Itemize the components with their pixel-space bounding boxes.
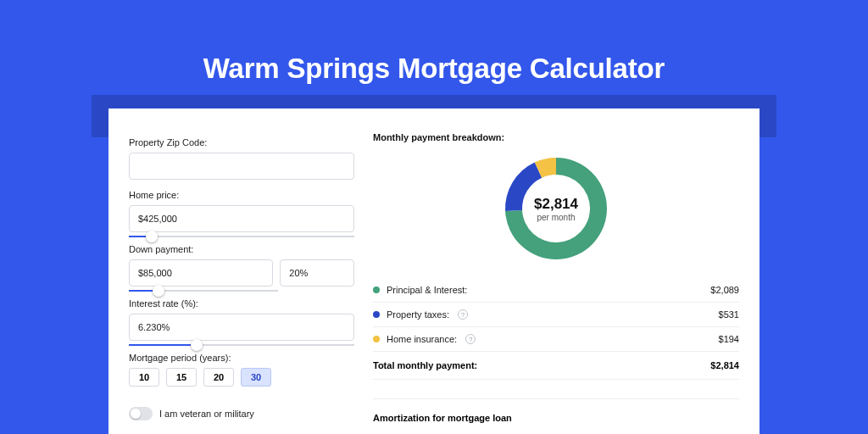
legend-row: Property taxes:?$531 — [373, 302, 739, 326]
breakdown-title: Monthly payment breakdown: — [373, 132, 739, 142]
calculator-card: Property Zip Code: Home price: Down paym… — [108, 108, 760, 434]
period-button-30[interactable]: 30 — [241, 368, 271, 387]
down-payment-label: Down payment: — [129, 244, 354, 254]
interest-rate-input[interactable] — [129, 314, 354, 341]
interest-rate-slider[interactable] — [129, 344, 354, 346]
donut-amount: $2,814 — [534, 196, 578, 213]
veteran-toggle-label: I am veteran or military — [159, 409, 254, 419]
period-button-20[interactable]: 20 — [203, 368, 234, 387]
interest-rate-label: Interest rate (%): — [129, 298, 354, 309]
legend-dot — [373, 287, 380, 293]
legend-value: $194 — [719, 334, 739, 344]
down-payment-slider-thumb[interactable] — [153, 285, 164, 297]
period-button-15[interactable]: 15 — [166, 368, 197, 387]
inputs-column: Property Zip Code: Home price: Down paym… — [129, 132, 354, 434]
down-payment-amount-input[interactable] — [129, 259, 273, 287]
help-icon[interactable]: ? — [458, 309, 468, 320]
amortization-section: Amortization for mortgage loan Amortizat… — [373, 398, 739, 434]
page-title: Warm Springs Mortgage Calculator — [0, 0, 868, 103]
down-payment-slider[interactable] — [129, 290, 278, 292]
legend-list: Principal & Interest:$2,089Property taxe… — [373, 278, 739, 351]
home-price-label: Home price: — [129, 190, 354, 200]
down-payment-percent-input[interactable] — [280, 259, 354, 287]
period-button-10[interactable]: 10 — [129, 368, 159, 387]
zip-label: Property Zip Code: — [129, 137, 354, 147]
total-value: $2,814 — [710, 360, 739, 370]
veteran-toggle[interactable] — [129, 407, 153, 420]
legend-dot — [373, 336, 380, 342]
home-price-input[interactable] — [129, 205, 354, 232]
breakdown-column: Monthly payment breakdown: $2,814 per mo… — [373, 132, 739, 434]
legend-label: Principal & Interest: — [387, 285, 467, 295]
legend-dot — [373, 311, 380, 318]
amortization-title: Amortization for mortgage loan — [373, 413, 739, 423]
legend-row: Principal & Interest:$2,089 — [373, 278, 739, 302]
period-buttons: 10152030 — [129, 368, 354, 387]
donut-chart: $2,814 per month — [373, 149, 739, 268]
period-label: Mortgage period (years): — [129, 353, 354, 363]
donut-sub: per month — [534, 213, 578, 222]
help-icon[interactable]: ? — [465, 334, 476, 344]
total-row: Total monthly payment: $2,814 — [373, 351, 739, 380]
interest-rate-slider-thumb[interactable] — [191, 339, 203, 351]
home-price-slider[interactable] — [129, 236, 354, 237]
donut-center: $2,814 per month — [534, 196, 578, 222]
legend-label: Home insurance: — [387, 334, 457, 344]
home-price-slider-thumb[interactable] — [146, 231, 158, 242]
legend-value: $531 — [719, 309, 739, 320]
legend-value: $2,089 — [710, 285, 739, 295]
total-label: Total monthly payment: — [373, 360, 477, 370]
legend-row: Home insurance:?$194 — [373, 326, 739, 351]
legend-label: Property taxes: — [387, 309, 449, 320]
zip-input[interactable] — [129, 153, 354, 180]
